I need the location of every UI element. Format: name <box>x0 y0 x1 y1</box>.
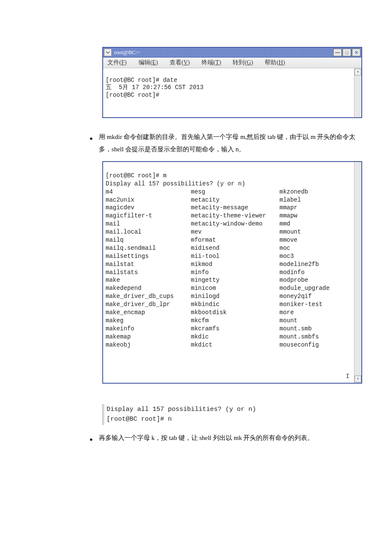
completion-item: mailstats <box>106 269 191 277</box>
bullet-text: 用 mkdir 命令创建新的目录。首先输入第一个字母 m,然后按 tab 键，由… <box>99 131 362 155</box>
snippet-line: Display all 157 possibilities? (y or n) <box>107 406 256 413</box>
terminal-output[interactable]: [root@BC root]# date 五 5月 17 20:27:56 CS… <box>103 68 361 117</box>
menu-help[interactable]: 帮助(H) <box>265 59 285 66</box>
completion-item: money2qif <box>280 292 352 301</box>
completion-item: modeline2fb <box>280 260 352 269</box>
window-title: root@BC:~ <box>113 49 140 56</box>
term-line: [root@BC root]# date <box>106 77 177 84</box>
completion-item: modprobe <box>280 276 352 284</box>
scroll-down-icon[interactable]: ▾ <box>355 376 361 382</box>
completion-item: makedepend <box>106 284 191 292</box>
completion-item: minilogd <box>191 292 280 301</box>
completion-row: make_driver_db_cupsminilogdmoney2qif <box>106 292 352 301</box>
completion-item: modinfo <box>280 269 352 277</box>
completion-item: mount.smb <box>280 325 352 333</box>
bullet-icon: ● <box>89 131 93 155</box>
completion-item: mmapw <box>280 212 352 220</box>
completion-row: mail.localmevmmount <box>106 228 352 236</box>
completion-item: mailq.sendmail <box>106 244 191 252</box>
completion-row: makedependminicommodule_upgrade <box>106 284 352 292</box>
completion-item: mailstat <box>106 260 191 269</box>
completion-row: magicfilter-tmetacity-theme-viewermmapw <box>106 212 352 220</box>
completion-item: mev <box>191 228 280 236</box>
completion-item: mount <box>280 317 352 325</box>
completion-row: makemingettymodprobe <box>106 276 352 284</box>
minimize-button[interactable]: — <box>333 49 342 56</box>
completion-item: mesg <box>191 188 280 196</box>
completion-item: more <box>280 309 352 317</box>
menubar: 文件(F) 编辑(E) 查看(V) 终端(T) 转到(G) 帮助(H) <box>103 58 361 68</box>
completion-item: makeobj <box>106 341 191 349</box>
completion-item: mingetty <box>191 276 280 284</box>
completion-item: makemap <box>106 333 191 341</box>
bullet-icon: ● <box>89 432 93 445</box>
completion-item: mouseconfig <box>280 341 352 349</box>
terminal-output-completion[interactable]: [root@BC root]# m Display all 157 possib… <box>103 162 361 383</box>
completion-item: midisend <box>191 244 280 252</box>
maximize-button[interactable]: □ <box>343 49 351 56</box>
completion-item: mmove <box>280 236 352 244</box>
scroll-up-icon[interactable]: ▴ <box>355 69 361 75</box>
completion-item: minfo <box>191 269 280 277</box>
completion-item: mkbindic <box>191 301 280 309</box>
completion-row: makegmkcfmmount <box>106 317 352 325</box>
completion-item: mmapr <box>280 204 352 212</box>
completion-item: metacity-window-demo <box>191 220 280 228</box>
completion-item: mii-tool <box>191 252 280 260</box>
menu-file[interactable]: 文件(F) <box>107 59 127 66</box>
completion-item: mkdic <box>191 333 280 341</box>
term-line: [root@BC root]# m <box>106 172 167 179</box>
completion-item: make_driver_db_cups <box>106 292 191 301</box>
paragraph-bullet-1: ● 用 mkdir 命令创建新的目录。首先输入第一个字母 m,然后按 tab 键… <box>89 131 362 155</box>
completion-item: make <box>106 276 191 284</box>
terminal-window-tab-completion: [root@BC root]# m Display all 157 possib… <box>102 161 362 384</box>
completion-item: magicdev <box>106 204 191 212</box>
completion-table: m4mesgmkzonedbmac2unixmetacitymlabelmagi… <box>106 188 352 349</box>
bullet-text: 再多输入一个字母 k，按 tab 键，让 shell 列出以 mk 开头的所有命… <box>99 432 314 445</box>
completion-item: metacity-message <box>191 204 280 212</box>
completion-item: mkcramfs <box>191 325 280 333</box>
completion-row: makeobjmkdictmouseconfig <box>106 341 352 349</box>
menu-view[interactable]: 查看(V) <box>170 59 190 66</box>
completion-item: mikmod <box>191 260 280 269</box>
completion-item: make_driver_db_lpr <box>106 301 191 309</box>
completion-item: moc3 <box>280 252 352 260</box>
term-line: [root@BC root]# <box>106 92 159 98</box>
completion-item: mount.smbfs <box>280 333 352 341</box>
paragraph-bullet-2: ● 再多输入一个字母 k，按 tab 键，让 shell 列出以 mk 开头的所… <box>89 432 362 445</box>
completion-item: magicfilter-t <box>106 212 191 220</box>
completion-item: makeg <box>106 317 191 325</box>
snippet-block: Display all 157 possibilities? (y or n) … <box>102 404 345 425</box>
completion-item: mail <box>106 220 191 228</box>
menu-terminal[interactable]: 终端(T) <box>202 59 221 66</box>
snippet-line: [root@BC root]# n <box>107 416 172 423</box>
menu-go[interactable]: 转到(G) <box>233 59 253 66</box>
scrollbar[interactable]: ▴ <box>354 68 361 117</box>
completion-item: mlabel <box>280 196 352 204</box>
terminal-window-date: root@BC:~ — □ ✕ 文件(F) 编辑(E) 查看(V) 终端(T) … <box>102 47 362 118</box>
system-menu-icon[interactable] <box>104 49 112 56</box>
completion-item: mkdict <box>191 341 280 349</box>
completion-row: mailmetacity-window-demommd <box>106 220 352 228</box>
completion-item: mac2unix <box>106 196 191 204</box>
completion-row: makeinfomkcramfsmount.smb <box>106 325 352 333</box>
completion-item: mail.local <box>106 228 191 236</box>
text-cursor-icon: I <box>346 372 349 380</box>
completion-item: module_upgrade <box>280 284 352 292</box>
completion-row: mailstatsminfomodinfo <box>106 269 352 277</box>
completion-row: mailq.sendmailmidisendmoc <box>106 244 352 252</box>
completion-item: make_encmap <box>106 309 191 317</box>
completion-item: moniker-test <box>280 301 352 309</box>
close-button[interactable]: ✕ <box>352 49 360 56</box>
scrollbar[interactable]: ▾ <box>354 162 361 383</box>
completion-item: moc <box>280 244 352 252</box>
completion-item: mmount <box>280 228 352 236</box>
completion-row: make_driver_db_lprmkbindicmoniker-test <box>106 301 352 309</box>
completion-row: mac2unixmetacitymlabel <box>106 196 352 204</box>
completion-item: m4 <box>106 188 191 196</box>
completion-item: mkcfm <box>191 317 280 325</box>
completion-row: makemapmkdicmount.smbfs <box>106 333 352 341</box>
completion-item: mailq <box>106 236 191 244</box>
completion-row: mailqmformatmmove <box>106 236 352 244</box>
menu-edit[interactable]: 编辑(E) <box>138 59 158 66</box>
